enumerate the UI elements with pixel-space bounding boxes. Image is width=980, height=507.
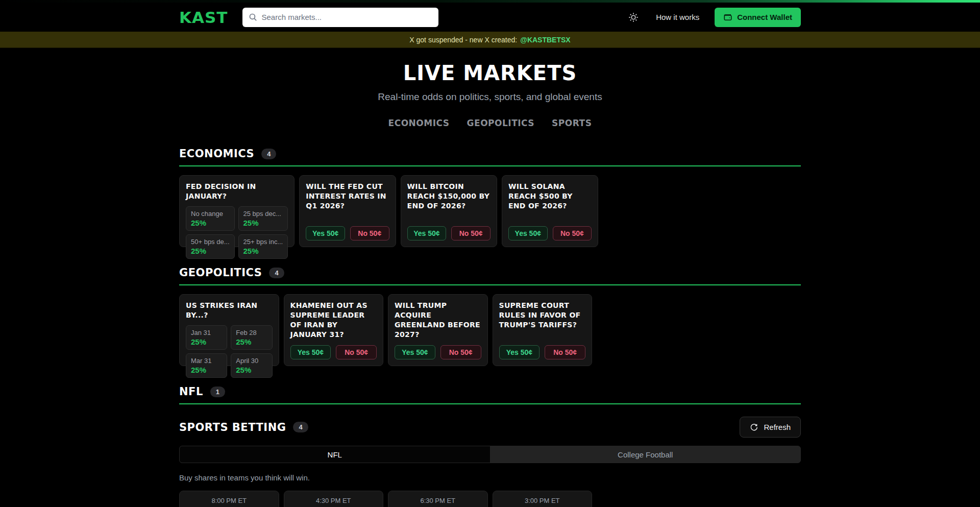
tab-nfl[interactable]: NFL <box>180 446 491 463</box>
no-button[interactable]: No 50¢ <box>451 226 491 240</box>
game-card[interactable]: 8:00 PM ET BUF @ DEN <box>179 491 279 507</box>
tab-sports[interactable]: SPORTS <box>552 118 592 128</box>
tab-economics[interactable]: ECONOMICS <box>388 118 450 128</box>
option-percent: 25% <box>243 219 283 227</box>
option-label: 25 bps dec... <box>243 210 283 218</box>
yes-button[interactable]: Yes 50¢ <box>508 226 548 240</box>
market-title: WILL THE FED CUT INTEREST RATES IN Q1 20… <box>306 182 389 211</box>
yes-button[interactable]: Yes 50¢ <box>407 226 447 240</box>
game-time: 3:00 PM ET <box>499 497 586 504</box>
search-icon <box>249 13 257 21</box>
how-it-works-link[interactable]: How it works <box>656 13 699 21</box>
market-card[interactable]: WILL THE FED CUT INTEREST RATES IN Q1 20… <box>299 175 396 247</box>
market-card[interactable]: FED DECISION IN JANUARY? No change 25% 2… <box>179 175 295 247</box>
section-divider <box>179 403 801 404</box>
option-percent: 25% <box>191 247 230 255</box>
option-percent: 25% <box>191 219 230 227</box>
option-label: Mar 31 <box>191 357 222 365</box>
connect-wallet-label: Connect Wallet <box>737 13 792 21</box>
section-divider <box>179 165 801 166</box>
section-title: ECONOMICS <box>179 148 254 160</box>
yes-button[interactable]: Yes 50¢ <box>499 345 540 359</box>
no-button[interactable]: No 50¢ <box>336 345 377 359</box>
announcement-banner: X got suspended - new X created: @KASTBE… <box>0 32 980 48</box>
count-badge: 1 <box>210 387 225 397</box>
option-percent: 25% <box>243 247 283 255</box>
market-title: WILL BITCOIN REACH $150,000 BY END OF 20… <box>407 182 491 211</box>
section-geopolitics: GEOPOLITICS 4 US STRIKES IRAN BY...? Jan… <box>179 267 801 366</box>
section-title: NFL <box>179 385 203 398</box>
no-button[interactable]: No 50¢ <box>350 226 389 240</box>
market-option[interactable]: Mar 31 25% <box>186 353 227 378</box>
game-time: 6:30 PM ET <box>395 497 481 504</box>
betting-hint: Buy shares in teams you think will win. <box>179 473 801 482</box>
market-title: WILL TRUMP ACQUIRE GREENLAND BEFORE 2027… <box>395 301 481 340</box>
yes-button[interactable]: Yes 50¢ <box>395 345 435 359</box>
market-card[interactable]: WILL BITCOIN REACH $150,000 BY END OF 20… <box>401 175 497 247</box>
sun-icon <box>628 12 639 22</box>
yes-button[interactable]: Yes 50¢ <box>290 345 331 359</box>
search-input[interactable] <box>242 8 438 27</box>
section-sports-betting: SPORTS BETTING 4 Refresh NFL College Foo… <box>179 417 801 507</box>
option-percent: 25% <box>236 366 267 374</box>
count-badge: 4 <box>293 422 308 432</box>
game-card[interactable]: 6:30 PM ET HOU @ NE <box>388 491 488 507</box>
search-box[interactable] <box>242 8 438 27</box>
market-title: FED DECISION IN JANUARY? <box>186 182 288 201</box>
option-label: No change <box>191 210 230 218</box>
game-time: 4:30 PM ET <box>290 497 377 504</box>
league-tabs: NFL College Football <box>179 446 801 463</box>
no-button[interactable]: No 50¢ <box>545 345 585 359</box>
no-button[interactable]: No 50¢ <box>553 226 592 240</box>
theme-toggle-button[interactable] <box>626 10 641 25</box>
market-card[interactable]: WILL SOLANA REACH $500 BY END OF 2026? Y… <box>502 175 598 247</box>
banner-link[interactable]: @KASTBETSX <box>520 36 570 44</box>
refresh-button[interactable]: Refresh <box>740 417 801 438</box>
market-option[interactable]: No change 25% <box>186 206 235 231</box>
option-percent: 25% <box>191 366 222 374</box>
option-label: Jan 31 <box>191 329 222 336</box>
market-card[interactable]: US STRIKES IRAN BY...? Jan 31 25% Feb 28… <box>179 294 279 366</box>
page-subtitle: Real-time odds on politics, sports, and … <box>179 91 801 103</box>
game-card[interactable]: 4:30 PM ET SF @ SEA <box>284 491 384 507</box>
market-card[interactable]: KHAMENEI OUT AS SUPREME LEADER OF IRAN B… <box>284 294 384 366</box>
header: KAST How it works Connect Wallet <box>0 3 980 32</box>
tab-college-football[interactable]: College Football <box>491 446 801 463</box>
option-percent: 25% <box>191 337 222 346</box>
category-tabs: ECONOMICS GEOPOLITICS SPORTS <box>179 118 801 128</box>
market-option[interactable]: Feb 28 25% <box>231 325 272 350</box>
yes-button[interactable]: Yes 50¢ <box>306 226 345 240</box>
market-option[interactable]: Jan 31 25% <box>186 325 227 350</box>
option-label: 25+ bps inc... <box>243 238 283 246</box>
market-title: KHAMENEI OUT AS SUPREME LEADER OF IRAN B… <box>290 301 377 340</box>
count-badge: 4 <box>261 149 276 159</box>
banner-text: X got suspended - new X created: <box>409 36 517 44</box>
game-time: 8:00 PM ET <box>186 497 273 504</box>
game-card[interactable]: 3:00 PM ET LAR @ CHI <box>493 491 593 507</box>
brand-logo[interactable]: KAST <box>179 8 228 27</box>
count-badge: 4 <box>269 268 284 278</box>
market-card[interactable]: SUPREME COURT RULES IN FAVOR OF TRUMP'S … <box>493 294 593 366</box>
no-button[interactable]: No 50¢ <box>440 345 481 359</box>
tab-geopolitics[interactable]: GEOPOLITICS <box>467 118 535 128</box>
option-label: April 30 <box>236 357 267 365</box>
market-title: SUPREME COURT RULES IN FAVOR OF TRUMP'S … <box>499 301 586 330</box>
option-percent: 25% <box>236 337 267 346</box>
market-option[interactable]: 25 bps dec... 25% <box>238 206 288 231</box>
section-title: GEOPOLITICS <box>179 267 262 279</box>
connect-wallet-button[interactable]: Connect Wallet <box>715 8 801 27</box>
refresh-label: Refresh <box>764 423 791 431</box>
market-option[interactable]: April 30 25% <box>231 353 272 378</box>
market-title: WILL SOLANA REACH $500 BY END OF 2026? <box>508 182 592 211</box>
option-label: 50+ bps de... <box>191 238 230 246</box>
section-nfl: NFL 1 <box>179 385 801 404</box>
market-title: US STRIKES IRAN BY...? <box>186 301 273 320</box>
wallet-icon <box>723 13 732 22</box>
market-card[interactable]: WILL TRUMP ACQUIRE GREENLAND BEFORE 2027… <box>388 294 488 366</box>
market-option[interactable]: 50+ bps de... 25% <box>186 234 235 259</box>
main-content: LIVE MARKETS Real-time odds on politics,… <box>179 61 801 507</box>
option-label: Feb 28 <box>236 329 267 336</box>
section-divider <box>179 284 801 285</box>
market-option[interactable]: 25+ bps inc... 25% <box>238 234 288 259</box>
section-title: SPORTS BETTING <box>179 421 286 433</box>
